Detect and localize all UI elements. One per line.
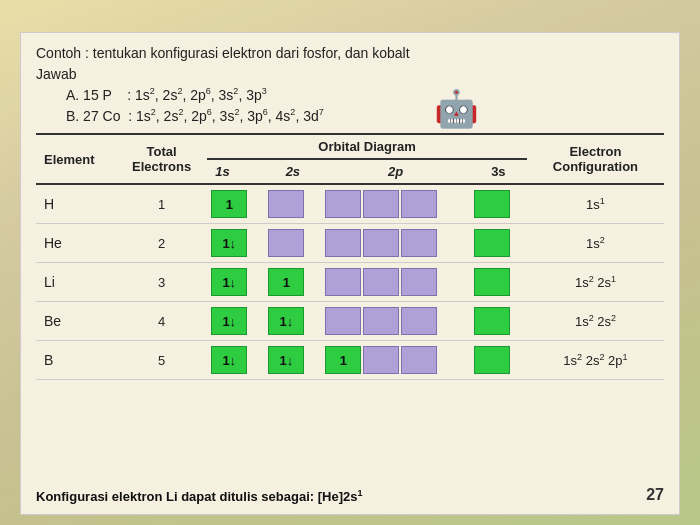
decorative-character: 🤖 [434,88,479,130]
table-header-row-1: Element TotalElectrons Orbital Diagram E… [36,133,664,158]
orb-box-Li-1s: 1↓ [211,268,247,296]
orb-3s-He [470,224,527,263]
element-Be: Be [36,302,116,341]
orb-1s-Be: 1↓ [207,302,264,341]
orb-1s-Li: 1↓ [207,263,264,302]
orb-box-He-2p1 [325,229,361,257]
orb-2p-H [321,185,469,224]
orb-3s-Li [470,263,527,302]
orb-box-Be-2p1 [325,307,361,335]
orb-box-Li-2p3 [401,268,437,296]
orb-2s-He [264,224,321,263]
orb-box-H-3s [474,190,510,218]
th-2p: 2p [321,158,469,185]
intro-example-b: B. 27 Co : 1s2, 2s2, 2p6, 3s2, 3p6, 4s2,… [66,108,324,124]
orb-1s-B: 1↓ [207,341,264,380]
element-Li: Li [36,263,116,302]
total-Be: 4 [116,302,207,341]
orb-2p-Be [321,302,469,341]
orb-2s-H [264,185,321,224]
orb-3s-B [470,341,527,380]
th-electron-config: ElectronConfiguration [527,133,664,185]
orb-box-H-2p3 [401,190,437,218]
orb-box-Be-2s: 1↓ [268,307,304,335]
orb-2s-B: 1↓ [264,341,321,380]
orb-box-He-1s: 1↓ [211,229,247,257]
footer-text: Konfigurasi elektron Li dapat ditulis se… [36,488,362,504]
orb-2p-He [321,224,469,263]
orb-box-B-2p3 [401,346,437,374]
orbital-table: Element TotalElectrons Orbital Diagram E… [36,133,664,380]
table-row-Li: Li 3 1↓ 1 [36,263,664,302]
config-He: 1s2 [527,224,664,263]
orb-group-2p-He [325,229,465,257]
table-row-H: H 1 1 [36,185,664,224]
intro-jawab: Jawab [36,66,76,82]
orb-box-H-2p1 [325,190,361,218]
table-row-He: He 2 1↓ [36,224,664,263]
orb-box-Be-3s [474,307,510,335]
orb-box-B-2p2 [363,346,399,374]
orb-box-Li-2p2 [363,268,399,296]
th-element: Element [36,133,116,185]
intro-line1: Contoh : tentukan konfigurasi elektron d… [36,45,410,61]
orb-1s-H: 1 [207,185,264,224]
config-Li: 1s2 2s1 [527,263,664,302]
footer-label: Konfigurasi elektron Li dapat ditulis se… [36,489,362,504]
orb-box-He-3s [474,229,510,257]
orb-group-2p-Be [325,307,465,335]
th-2s: 2s [264,158,321,185]
intro-example-a: A. 15 P : 1s2, 2s2, 2p6, 3s2, 3p3 [66,87,267,103]
orb-group-2p-B: 1 [325,346,465,374]
orb-1s-He: 1↓ [207,224,264,263]
orb-3s-Be [470,302,527,341]
orb-2p-B: 1 [321,341,469,380]
total-Li: 3 [116,263,207,302]
th-total-electrons: TotalElectrons [116,133,207,185]
total-H: 1 [116,185,207,224]
intro-text: Contoh : tentukan konfigurasi elektron d… [36,43,664,127]
orb-box-Be-2p3 [401,307,437,335]
element-He: He [36,224,116,263]
total-B: 5 [116,341,207,380]
orb-2s-Be: 1↓ [264,302,321,341]
element-H: H [36,185,116,224]
element-B: B [36,341,116,380]
orb-box-He-2p2 [363,229,399,257]
total-He: 2 [116,224,207,263]
page-number: 27 [646,486,664,504]
orb-box-He-2p3 [401,229,437,257]
top-decoration [20,10,680,30]
slide-container: 🤖 Contoh : tentukan konfigurasi elektron… [0,0,700,525]
orb-box-B-2s: 1↓ [268,346,304,374]
orb-box-H-1s: 1 [211,190,247,218]
table-row-Be: Be 4 1↓ 1↓ [36,302,664,341]
content-area: 🤖 Contoh : tentukan konfigurasi elektron… [20,32,680,515]
orb-box-He-2s [268,229,304,257]
orb-box-Li-2s: 1 [268,268,304,296]
th-orbital-diagram: Orbital Diagram [207,133,527,158]
footer: Konfigurasi elektron Li dapat ditulis se… [36,484,664,504]
orb-box-B-1s: 1↓ [211,346,247,374]
orbital-table-container: Element TotalElectrons Orbital Diagram E… [36,133,664,480]
orb-box-Li-3s [474,268,510,296]
orb-box-Li-2p1 [325,268,361,296]
orb-box-B-2p1: 1 [325,346,361,374]
th-3s: 3s [470,158,527,185]
orb-2s-Li: 1 [264,263,321,302]
orb-group-2p-Li [325,268,465,296]
config-B: 1s2 2s2 2p1 [527,341,664,380]
config-Be: 1s2 2s2 [527,302,664,341]
orb-group-2p-H [325,190,465,218]
orb-box-Be-1s: 1↓ [211,307,247,335]
th-1s: 1s [207,158,264,185]
orb-box-H-2s [268,190,304,218]
config-H: 1s1 [527,185,664,224]
orb-box-H-2p2 [363,190,399,218]
orb-box-B-3s [474,346,510,374]
table-row-B: B 5 1↓ 1↓ 1 [36,341,664,380]
orb-2p-Li [321,263,469,302]
orb-box-Be-2p2 [363,307,399,335]
orb-3s-H [470,185,527,224]
